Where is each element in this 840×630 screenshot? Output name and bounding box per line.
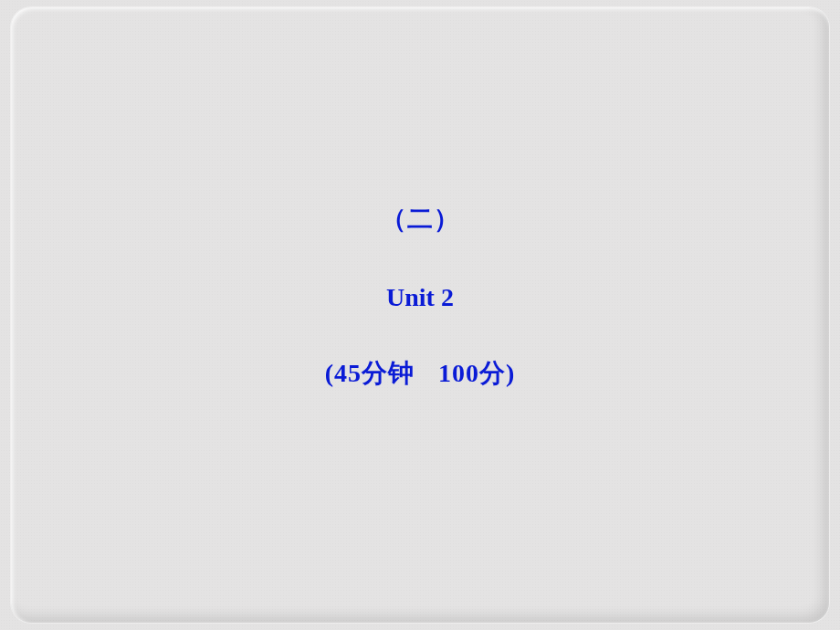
unit-title: Unit 2 [11,282,829,313]
duration-text: (45分钟 [325,359,415,387]
heading-number: （二） [11,204,829,235]
score-text: 100分) [438,359,515,387]
time-score-line: (45分钟100分) [11,358,829,389]
slide-frame: （二） Unit 2 (45分钟100分) [11,7,829,623]
slide-content: （二） Unit 2 (45分钟100分) [11,204,829,389]
